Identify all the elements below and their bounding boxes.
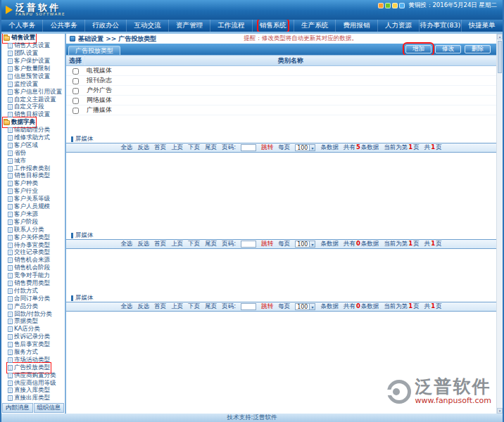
tab-org-info[interactable]: 组织信息 — [34, 403, 65, 413]
jump-button[interactable]: 跳转 — [261, 143, 273, 152]
sidebar-item[interactable]: 客户数量限制 — [1, 65, 65, 73]
sidebar-item[interactable]: 客户关怀类型 — [1, 234, 65, 241]
sidebar-item[interactable]: 直接入库类型 — [1, 387, 65, 395]
row-checkbox[interactable] — [73, 88, 79, 94]
sidebar-item[interactable]: 团队设置 — [1, 50, 65, 58]
sidebar-item[interactable]: 客户保护设置 — [1, 58, 65, 65]
sidebar-item[interactable]: 城市 — [1, 157, 65, 165]
jump-button[interactable]: 跳转 — [261, 240, 273, 248]
prev-page-link[interactable]: 上页 — [171, 143, 183, 152]
row-checkbox[interactable] — [73, 68, 79, 75]
vertical-scrollbar[interactable]: ▴ ▾ — [496, 34, 503, 414]
sidebar-item[interactable]: 销售机会来源 — [1, 257, 65, 264]
nav-item[interactable]: 公共事务 — [43, 20, 84, 32]
nav-item[interactable]: 快捷菜单 — [462, 20, 503, 32]
toolbar-button[interactable]: 增加 — [405, 45, 431, 53]
sidebar-item[interactable]: 回款/付款分类 — [1, 310, 65, 318]
invert-select-link[interactable]: 反选 — [137, 240, 149, 248]
sidebar-item[interactable]: 客户人员规模 — [1, 203, 65, 211]
sidebar-item[interactable]: 工作报表类别 — [1, 165, 65, 172]
sidebar-item[interactable]: 投诉记录分类 — [1, 333, 65, 341]
sidebar-item[interactable]: 自定义字段 — [1, 103, 65, 111]
nav-item[interactable]: 待办事宜(83) — [420, 20, 461, 32]
sidebar-item[interactable]: 客户行业 — [1, 188, 65, 196]
invert-select-link[interactable]: 反选 — [137, 302, 149, 311]
sidebar-item[interactable]: 竞争对手能力 — [1, 272, 65, 280]
page-number-input[interactable] — [241, 144, 256, 151]
scrollbar-thumb[interactable] — [498, 41, 502, 73]
nav-item[interactable]: 生产系统 — [294, 20, 336, 32]
nav-item[interactable]: 个人事务 — [1, 20, 43, 32]
first-page-link[interactable]: 首页 — [154, 143, 166, 152]
sidebar-item[interactable]: 交往记录类型 — [1, 249, 65, 257]
next-page-link[interactable]: 下页 — [188, 143, 200, 152]
sidebar-item[interactable]: 销售目标类型 — [1, 172, 65, 180]
sidebar-item[interactable]: 信息预警设置 — [1, 72, 65, 80]
sidebar-item[interactable]: 售后事宜类型 — [1, 341, 65, 349]
jump-button[interactable]: 跳转 — [261, 302, 273, 311]
nav-item[interactable]: 互动交流 — [127, 20, 168, 32]
sidebar-item[interactable]: 客户阶段 — [1, 218, 65, 226]
sidebar-item[interactable]: 销售目标设置 — [1, 111, 65, 119]
sidebar-item[interactable]: 客户区域 — [1, 141, 65, 149]
sidebar-item[interactable]: 供应商信用等级 — [1, 379, 65, 387]
sidebar-item[interactable]: 直接出库类型 — [1, 395, 65, 402]
nav-item[interactable]: 工作流程 — [210, 20, 252, 32]
sidebar-item[interactable]: 销售设置 — [1, 34, 65, 42]
sidebar-item[interactable]: 维修求助方式 — [1, 134, 65, 142]
select-all-link[interactable]: 全选 — [120, 240, 132, 248]
sidebar-item[interactable]: 自定义主题设置 — [1, 96, 65, 103]
first-page-link[interactable]: 首页 — [154, 240, 166, 248]
nav-item[interactable]: 费用报销 — [336, 20, 377, 32]
sidebar-item[interactable]: 销售费用类型 — [1, 280, 65, 288]
sidebar-item[interactable]: 付款方式 — [1, 287, 65, 295]
header-status-icon[interactable] — [378, 3, 384, 8]
select-all-link[interactable]: 全选 — [120, 143, 132, 152]
header-status-icon[interactable] — [392, 3, 398, 8]
toolbar-button[interactable]: 修改 — [435, 45, 461, 53]
last-page-link[interactable]: 尾页 — [205, 240, 217, 248]
select-all-link[interactable]: 全选 — [120, 302, 132, 311]
next-page-link[interactable]: 下页 — [188, 240, 200, 248]
sidebar-item[interactable]: 联系人分类 — [1, 226, 65, 234]
page-number-input[interactable] — [241, 241, 256, 248]
sidebar-item[interactable]: 销售人员设置 — [1, 42, 65, 50]
last-page-link[interactable]: 尾页 — [205, 143, 217, 152]
sidebar-item[interactable]: 销售机会阶段 — [1, 264, 65, 272]
sidebar-item[interactable]: 客户来源 — [1, 210, 65, 218]
sidebar-item[interactable]: 省份 — [1, 149, 65, 157]
next-page-link[interactable]: 下页 — [188, 302, 200, 311]
nav-item[interactable]: 销售系统 — [253, 20, 294, 32]
tab-internal-messages[interactable]: 内部消息 — [2, 403, 33, 413]
scroll-down-arrow[interactable]: ▾ — [497, 408, 503, 414]
sidebar-item[interactable]: KA店分类 — [1, 326, 65, 333]
row-checkbox[interactable] — [73, 108, 79, 114]
nav-item[interactable]: 人力资源 — [378, 20, 420, 32]
prev-page-link[interactable]: 上页 — [171, 240, 183, 248]
sidebar-item[interactable]: 广告投放类型 — [1, 364, 65, 371]
sidebar-item[interactable]: 辅助助理分类 — [1, 127, 65, 134]
sidebar-item[interactable]: 市场活动类型 — [1, 356, 65, 364]
per-page-select[interactable]: 100 ▾ — [295, 303, 315, 310]
sidebar-item[interactable]: 服务方式 — [1, 349, 65, 357]
row-checkbox[interactable] — [73, 78, 79, 84]
sidebar-item[interactable]: 客户种类 — [1, 180, 65, 188]
header-status-icon[interactable] — [399, 3, 405, 8]
sidebar-item[interactable]: 合同订单分类 — [1, 295, 65, 302]
sidebar-item[interactable]: 产品分类 — [1, 302, 65, 310]
row-checkbox[interactable] — [73, 98, 79, 104]
last-page-link[interactable]: 尾页 — [205, 302, 217, 311]
nav-item[interactable]: 资产管理 — [169, 20, 210, 32]
sidebar-item[interactable]: 待办事宜类型 — [1, 241, 65, 249]
per-page-select[interactable]: 100 ▾ — [295, 144, 315, 151]
sidebar-item[interactable]: 客户关系等级 — [1, 196, 65, 203]
scroll-up-arrow[interactable]: ▴ — [497, 34, 503, 39]
sidebar-item[interactable]: 供应商购置分类 — [1, 371, 65, 379]
sidebar-item[interactable]: 票据类型 — [1, 318, 65, 326]
header-status-icon[interactable] — [385, 3, 391, 8]
prev-page-link[interactable]: 上页 — [171, 302, 183, 311]
sidebar-item[interactable]: 客户信息引用设置 — [1, 88, 65, 96]
toolbar-button[interactable]: 删除 — [465, 45, 491, 53]
tab-ad-placement-type[interactable]: 广告投放类型 — [68, 46, 120, 55]
page-number-input[interactable] — [241, 303, 256, 310]
